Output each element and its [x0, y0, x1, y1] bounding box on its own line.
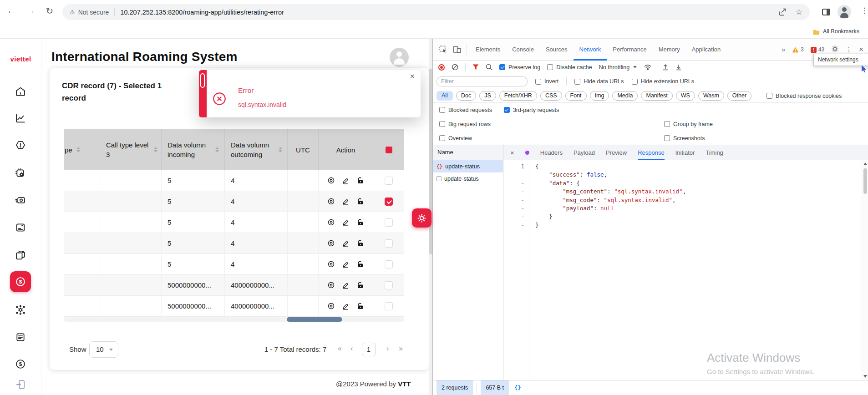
home-icon[interactable] [15, 86, 26, 97]
security-label[interactable]: Not secure [78, 9, 109, 16]
checkbox-icon[interactable] [632, 79, 638, 85]
filter-chip-wasm[interactable]: Wasm [698, 91, 724, 101]
settings-fab[interactable] [412, 208, 431, 228]
hide-data-urls-checkbox[interactable]: Hide data URLs [574, 78, 624, 85]
import-har-icon[interactable] [662, 64, 669, 71]
transferred-chip[interactable]: 657 B t [481, 380, 509, 395]
sort-icon[interactable] [279, 147, 282, 152]
detail-tab-initiator[interactable]: Initiator [675, 145, 695, 160]
view-icon[interactable] [327, 281, 335, 289]
disable-cache-checkbox[interactable]: Disable cache [547, 64, 592, 71]
reload-icon[interactable]: ↻ [43, 5, 56, 16]
preserve-log-checkbox[interactable]: Preserve log [499, 64, 540, 71]
camera-transfer-icon[interactable] [15, 194, 26, 206]
hide-extension-urls-checkbox[interactable]: Hide extension URLs [632, 78, 694, 85]
response-scrollbar[interactable] [862, 160, 868, 380]
row-checkbox[interactable] [385, 302, 393, 310]
sort-icon[interactable] [215, 147, 219, 152]
share-icon[interactable] [778, 8, 787, 16]
request-row[interactable]: {}update-status [433, 160, 503, 172]
checkbox-icon[interactable] [439, 107, 445, 113]
big-request-rows-checkbox[interactable]: Big request rows [439, 121, 491, 127]
filter-input[interactable] [437, 76, 528, 86]
previous-page-button[interactable]: ‹ [350, 344, 353, 353]
close-detail-icon[interactable]: × [510, 149, 514, 157]
throttling-select[interactable]: No throttling [599, 64, 637, 71]
chip-settings-icon[interactable] [15, 167, 26, 179]
edit-icon[interactable] [342, 177, 350, 184]
address-bar[interactable]: ⚠ Not secure 10.207.252.135:8200/roaming… [62, 4, 810, 20]
view-icon[interactable] [327, 177, 335, 184]
devtools-settings-gear-icon[interactable] [831, 45, 839, 55]
row-checkbox[interactable] [385, 260, 393, 268]
devtools-tab-performance[interactable]: Performance [607, 39, 652, 61]
search-icon[interactable] [486, 64, 492, 71]
row-checkbox[interactable] [385, 198, 393, 206]
view-icon[interactable] [327, 302, 335, 310]
unlock-icon[interactable] [356, 239, 364, 247]
current-page-button[interactable]: 1 [362, 343, 376, 356]
response-viewer[interactable]: 1------- { "success": false, "data": { "… [504, 160, 862, 380]
row-checkbox[interactable] [385, 281, 393, 289]
unlock-icon[interactable] [356, 198, 364, 205]
unlock-icon[interactable] [356, 302, 364, 310]
devtools-tab-application[interactable]: Application [686, 39, 727, 61]
edit-icon[interactable] [342, 218, 350, 226]
unlock-icon[interactable] [356, 177, 364, 184]
pretty-print-icon[interactable]: {} [514, 380, 521, 395]
edit-icon[interactable] [342, 239, 350, 247]
scrollbar-thumb[interactable] [863, 168, 867, 194]
unlock-icon[interactable] [356, 260, 364, 268]
edit-icon[interactable] [342, 260, 350, 268]
clear-network-log-icon[interactable] [452, 64, 458, 71]
filter-chip-other[interactable]: Other [727, 91, 751, 101]
device-toolbar-icon[interactable] [452, 44, 462, 55]
scroll-down-icon[interactable] [863, 375, 867, 378]
checkbox-checked-icon[interactable] [504, 107, 510, 113]
checkbox-icon[interactable] [535, 79, 541, 85]
card-report-icon[interactable] [15, 222, 26, 233]
edit-icon[interactable] [342, 198, 350, 205]
detail-tab-response[interactable]: Response [638, 145, 665, 160]
alert-hexagon-icon[interactable] [15, 140, 26, 152]
filter-chip-fetch-xhr[interactable]: Fetch/XHR [499, 91, 537, 101]
edit-icon[interactable] [342, 302, 350, 310]
errors-badge[interactable]: 43 [811, 46, 824, 53]
checkbox-icon[interactable] [547, 64, 553, 70]
user-avatar[interactable] [390, 48, 409, 67]
next-page-button[interactable]: › [386, 344, 389, 353]
browser-menu-icon[interactable]: ⋮ [858, 6, 868, 15]
filter-chip-all[interactable]: All [437, 91, 453, 101]
last-page-button[interactable]: » [399, 344, 403, 353]
devtools-tab-elements[interactable]: Elements [470, 39, 506, 61]
dollar-badge-icon[interactable]: $ [10, 271, 31, 292]
record-network-log-icon[interactable] [438, 64, 445, 71]
group-by-frame-checkbox[interactable]: Group by frame [664, 121, 713, 127]
filter-chip-js[interactable]: JS [479, 91, 496, 101]
filter-chip-font[interactable]: Font [565, 91, 587, 101]
devtools-tab-console[interactable]: Console [506, 39, 540, 61]
devtools-close-icon[interactable]: × [859, 45, 863, 54]
devtools-tab-sources[interactable]: Sources [540, 39, 574, 61]
detail-tab-timing[interactable]: Timing [706, 145, 723, 160]
third-party-requests-checkbox[interactable]: 3rd-party requests [504, 107, 559, 113]
export-har-icon[interactable] [675, 64, 682, 71]
url-text[interactable]: 10.207.252.135:8200/roaming-app/utilitie… [120, 9, 772, 16]
row-checkbox[interactable] [385, 218, 393, 227]
view-icon[interactable] [327, 239, 335, 247]
checkbox-icon[interactable] [574, 79, 580, 85]
all-bookmarks-label[interactable]: All Bookmarks [823, 28, 859, 35]
network-hub-icon[interactable] [15, 304, 26, 316]
more-tabs-icon[interactable]: » [782, 46, 785, 53]
blocked-requests-checkbox[interactable]: Blocked requests [439, 107, 492, 113]
detail-tab-payload[interactable]: Payload [574, 145, 595, 160]
filter-funnel-icon[interactable] [472, 64, 479, 70]
scrollbar-thumb[interactable] [287, 317, 342, 322]
column-header[interactable]: Call type level 3 [100, 129, 162, 170]
scroll-up-icon[interactable] [863, 162, 867, 165]
checkbox-icon[interactable] [664, 121, 670, 127]
column-header[interactable]: pe [64, 129, 100, 170]
sort-icon[interactable] [154, 147, 157, 152]
browser-profile-avatar[interactable] [838, 5, 851, 19]
overview-checkbox[interactable]: Overview [439, 135, 472, 142]
